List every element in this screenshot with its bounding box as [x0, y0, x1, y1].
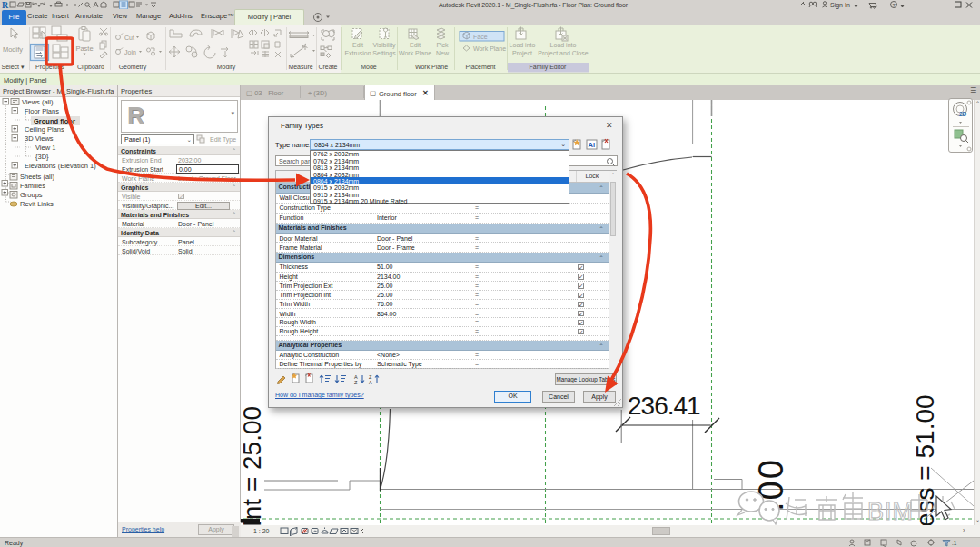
svg-text:Placement: Placement	[465, 64, 495, 70]
svg-text:Select ▾: Select ▾	[2, 64, 25, 70]
svg-text:Views (all): Views (all)	[22, 97, 54, 105]
svg-text:2D: 2D	[959, 111, 967, 117]
svg-text:Ground floor: Ground floor	[34, 116, 75, 124]
svg-text:Revit Links: Revit Links	[20, 199, 54, 207]
svg-text:Ceiling Plans: Ceiling Plans	[25, 125, 64, 134]
svg-text:Pick: Pick	[436, 42, 449, 48]
svg-text:Face: Face	[473, 33, 488, 39]
svg-text:Edit: Edit	[410, 42, 421, 48]
svg-text:{3D}: {3D}	[35, 153, 49, 161]
svg-text:Settings: Settings	[372, 50, 396, 57]
svg-text:ess = 51.00: ess = 51.00	[911, 394, 939, 525]
svg-text:Properties: Properties	[35, 64, 64, 71]
svg-text:Geometry: Geometry	[119, 64, 147, 71]
svg-text:Groups: Groups	[20, 190, 43, 198]
svg-text:A: A	[369, 380, 372, 385]
svg-text:New: New	[436, 50, 450, 56]
svg-text:Load into: Load into	[550, 42, 577, 48]
svg-text:Project and Close: Project and Close	[538, 50, 588, 57]
svg-text:Elevations (Elevation 1): Elevations (Elevation 1)	[25, 162, 96, 170]
svg-text:Family Editor: Family Editor	[530, 64, 568, 71]
svg-text:Clipboard: Clipboard	[77, 64, 104, 71]
svg-text:236.41: 236.41	[628, 392, 700, 420]
svg-text:Sheets (all): Sheets (all)	[20, 172, 54, 180]
svg-text:Families: Families	[20, 181, 45, 189]
svg-text:Join: Join	[124, 49, 136, 55]
svg-text:Measure: Measure	[288, 64, 312, 70]
svg-text:Work Plane: Work Plane	[399, 50, 431, 56]
svg-text:R: R	[2, 0, 9, 9]
svg-text:Load into: Load into	[510, 42, 536, 48]
svg-text:Floor Plans: Floor Plans	[25, 106, 59, 114]
svg-text:Extrusion: Extrusion	[344, 50, 371, 56]
svg-text:Work Plane: Work Plane	[473, 45, 506, 52]
svg-text:Modify: Modify	[217, 64, 236, 71]
svg-text:Create: Create	[318, 64, 337, 70]
svg-text:Project: Project	[512, 50, 532, 57]
svg-text:Cut: Cut	[124, 35, 134, 41]
svg-text:Edit: Edit	[352, 42, 363, 48]
svg-text:Paste: Paste	[75, 45, 93, 53]
svg-text:Int = 25.00: Int = 25.00	[241, 406, 266, 525]
svg-text:Work Plane: Work Plane	[415, 64, 448, 70]
svg-text:Sign In: Sign In	[830, 2, 850, 9]
svg-text:View 1: View 1	[35, 144, 55, 152]
svg-text:BIM: BIM	[867, 498, 914, 525]
svg-text:Visibility: Visibility	[372, 42, 396, 49]
svg-text:Modify: Modify	[3, 45, 23, 54]
svg-text:3D Views: 3D Views	[25, 134, 54, 143]
svg-text:Z: Z	[354, 380, 358, 385]
svg-text::1: :1	[952, 540, 957, 546]
svg-text:Al: Al	[589, 141, 596, 149]
svg-text:Mode: Mode	[361, 64, 377, 70]
